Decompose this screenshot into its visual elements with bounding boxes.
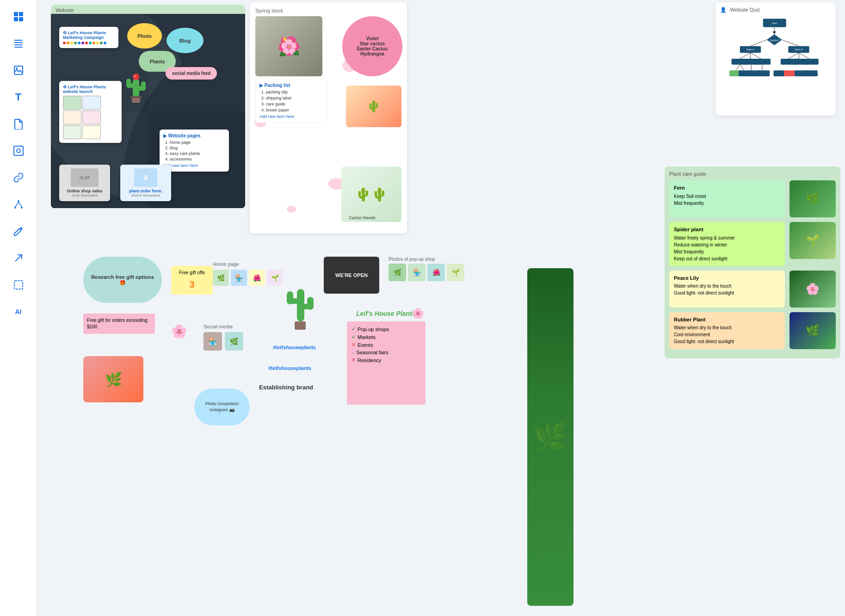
svg-rect-7: [14, 47, 23, 48]
social-thumbnails: 🏪 🌿: [204, 332, 259, 351]
hp-thumb-3: 🌺: [249, 270, 265, 286]
quiz-section: 👤 Website Quiz Start Question? Option A …: [715, 2, 836, 116]
spring-label: Spring stock: [255, 8, 401, 13]
gift-orders-sticky[interactable]: Free gift for orders exceeding $100: [83, 314, 155, 334]
network-tool-icon[interactable]: [9, 195, 28, 214]
list-tool-icon[interactable]: [9, 34, 28, 53]
gift-sticky[interactable]: Free gift offe 3: [171, 266, 213, 295]
ai-tool-icon[interactable]: AI: [9, 302, 28, 321]
hp-thumb-4: 🌱: [267, 270, 283, 286]
svg-rect-6: [14, 44, 23, 45]
packing-add-link[interactable]: Add new item here: [259, 114, 323, 119]
popup-item-1: ✓ Pop-up shops: [352, 326, 421, 332]
homepage-thumbnails: 🌿 🏪 🌺 🌱: [213, 270, 287, 286]
establishing-brand-text: Establishing brand: [259, 384, 313, 391]
image-tool-icon[interactable]: [9, 61, 28, 80]
popup-sticky[interactable]: ✓ Pop-up shops ✓ Markets ✕ Events – Seas…: [347, 321, 426, 405]
packing-list-card[interactable]: ▶ Packing list packing slip shipping lab…: [255, 79, 327, 123]
svg-line-34: [750, 40, 766, 46]
pp-thumb-2: 🏪: [408, 264, 426, 281]
open-sign: WE'RE OPEN: [324, 257, 379, 294]
svg-rect-5: [14, 42, 23, 43]
launch-preview: [63, 96, 118, 139]
svg-point-11: [17, 149, 20, 153]
tall-plant-photo: 🌿: [527, 268, 574, 606]
link-tool-icon[interactable]: [9, 168, 28, 187]
quiz-label: 👤 Website Quiz: [720, 7, 831, 13]
svg-line-43: [788, 53, 799, 59]
svg-rect-48: [754, 59, 771, 65]
peace-lily-sticky[interactable]: Peace Lily Water when dry to the touch G…: [669, 271, 785, 308]
care-section: Plant care guide Fern Keep Soil moist Mi…: [665, 166, 840, 358]
svg-rect-1: [19, 12, 23, 16]
big-cactus-illustration: [282, 282, 319, 340]
packing-list-title: ▶ Packing list: [259, 83, 323, 88]
popup-photo-thumbnails: 🌿 🏪 🌺 🌱: [389, 264, 464, 281]
peace-lily-image: 🌸: [789, 271, 836, 308]
social-thumb-2: 🌿: [225, 332, 243, 351]
spring-top-image: 🌺: [255, 16, 322, 76]
svg-line-35: [782, 40, 799, 46]
social-thumb-1: 🏪: [204, 332, 222, 351]
frame-tool-icon[interactable]: [9, 142, 28, 160]
svg-line-16: [19, 202, 22, 207]
rubber-plant-sticky[interactable]: Rubber Plant Water when dry to the touch…: [669, 312, 785, 349]
add-item-link[interactable]: Add new item here: [163, 163, 225, 168]
research-bubble[interactable]: Research free gift options 🎁: [83, 257, 162, 303]
fern-sticky[interactable]: Fern Keep Soil moist Mist frequently: [669, 180, 785, 217]
website-background: ⚙ Leif's House Plants Marketing Campaign: [51, 14, 245, 208]
web-pages-title: ▶ Website pages: [163, 133, 225, 138]
cactus-friends-image: 🌵🌵 Cactus friends: [341, 166, 401, 222]
blog-blob[interactable]: Blog: [167, 28, 204, 53]
care-label: Plant care guide: [669, 171, 836, 177]
text-tool-icon[interactable]: T: [9, 88, 28, 106]
svg-point-9: [16, 68, 18, 69]
photo-blob[interactable]: Photo: [127, 23, 162, 49]
photo-competition-cloud[interactable]: Photo competitionInstagram 📷: [194, 388, 250, 425]
svg-rect-69: [295, 321, 306, 330]
dot-grid: [63, 42, 115, 44]
homepage-section: Home page 🌿 🏪 🌺 🌱: [213, 261, 287, 286]
svg-line-42: [750, 53, 761, 59]
svg-rect-18: [14, 281, 23, 289]
spider-plant-image: 🌱: [789, 222, 836, 259]
packing-list-items: packing slip shipping label care guide b…: [259, 90, 323, 112]
website-launch-card[interactable]: ⚙ Leif's House Plants website launch: [59, 81, 122, 143]
svg-point-14: [21, 207, 23, 209]
svg-rect-3: [19, 17, 23, 21]
svg-text:Option B: Option B: [795, 49, 803, 51]
spider-plant-sticky[interactable]: Spider plant Water freely spring & summe…: [669, 222, 785, 266]
marketing-campaign-card[interactable]: ⚙ Leif's House Plants Marketing Campaign: [59, 27, 118, 48]
svg-rect-59: [757, 70, 770, 76]
popup-item-3: ✕ Events: [352, 342, 421, 348]
order-form-card[interactable]: 📄 plant order form. DOCX Document: [120, 165, 171, 201]
arrow-tool-icon[interactable]: [9, 249, 28, 267]
launch-card-title: ⚙ Leif's House Plants website launch: [63, 85, 118, 94]
svg-point-24: [133, 74, 139, 80]
svg-point-13: [14, 207, 16, 209]
pp-thumb-1: 🌿: [389, 264, 406, 281]
website-section: Website ⚙ Leif's House Plants Marketing …: [51, 5, 245, 208]
popup-photos-section: Photos of pop-up shop 🌿 🏪 🌺 🌱: [389, 257, 464, 281]
svg-point-25: [134, 75, 136, 77]
plant-photo-bottom-left: 🌿: [83, 356, 143, 402]
website-section-label: Website: [56, 7, 74, 13]
doc-tool-icon[interactable]: [9, 115, 28, 133]
svg-rect-66: [287, 291, 293, 304]
pp-thumb-3: 🌺: [427, 264, 445, 281]
pencil-tool-icon[interactable]: [9, 222, 28, 240]
board-tool-icon[interactable]: [9, 7, 28, 26]
svg-rect-63: [805, 70, 818, 76]
shop-sales-card[interactable]: XLSX Online shop sales .6.91 Document: [59, 165, 110, 201]
social-feed-bubble[interactable]: social media feed: [166, 67, 217, 80]
sidebar: T AI: [0, 0, 37, 616]
main-canvas: Website ⚙ Leif's House Plants Marketing …: [37, 0, 845, 616]
peace-lily-row: Peace Lily Water when dry to the touch G…: [669, 271, 836, 308]
popup-item-5: ✕ Residency: [352, 357, 421, 363]
svg-text:Start: Start: [772, 22, 777, 25]
svg-rect-0: [14, 12, 18, 16]
rubber-plant-row: Rubber Plant Water when dry to the touch…: [669, 312, 836, 349]
spring-section: Spring stock 🌺 Violet Star cactus Easter…: [250, 2, 407, 234]
select-tool-icon[interactable]: [9, 276, 28, 294]
web-pages-list: home page blog easy care plants accessor…: [163, 140, 225, 161]
